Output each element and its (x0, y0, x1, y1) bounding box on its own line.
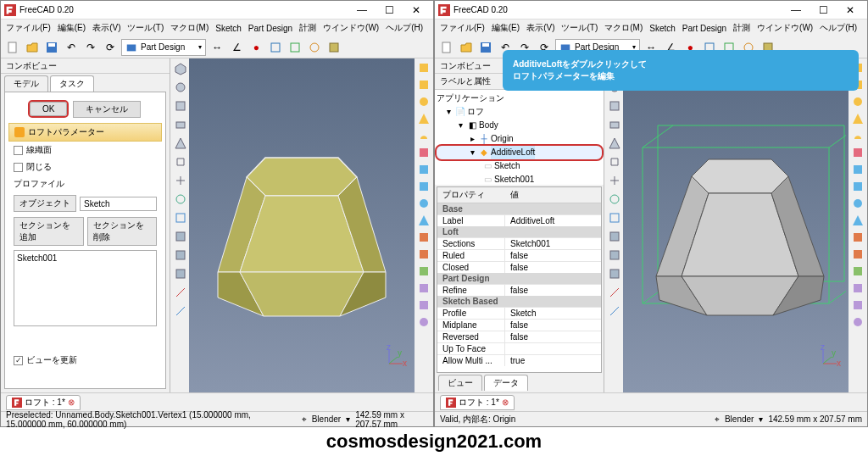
tool-icon[interactable] (287, 39, 303, 56)
view-tool-icon[interactable] (606, 228, 623, 245)
menu-file[interactable]: ファイル(F) (6, 22, 51, 34)
pd-tool-icon[interactable] (850, 281, 865, 296)
new-file-icon[interactable] (4, 39, 21, 56)
sections-list[interactable]: Sketch001 (14, 250, 157, 326)
workbench-select[interactable]: Part Design (121, 39, 206, 56)
pd-tool-icon[interactable] (416, 145, 431, 160)
pd-tool-icon[interactable] (416, 77, 431, 92)
tree-sketch001[interactable]: ▭Sketch001 (437, 173, 602, 185)
view-tool-icon[interactable] (172, 116, 189, 133)
nav-style-icon[interactable]: ⌖ (715, 414, 720, 425)
view-tool-icon[interactable] (172, 228, 189, 245)
view-tool-icon[interactable] (606, 191, 623, 208)
pd-tool-icon[interactable] (416, 60, 431, 75)
remove-section-button[interactable]: セクションを削除 (87, 217, 158, 246)
tree-body[interactable]: ▾◧Body (437, 119, 602, 132)
pd-tool-icon[interactable] (850, 94, 865, 109)
object-field[interactable]: Sketch (80, 197, 157, 211)
view-tool-icon[interactable] (606, 284, 623, 301)
menu-sketch[interactable]: Sketch (649, 24, 676, 33)
pd-tool-icon[interactable] (416, 94, 431, 109)
tool-icon[interactable] (306, 39, 323, 56)
pd-tool-icon[interactable] (416, 298, 431, 313)
tool-icon[interactable] (267, 39, 284, 56)
minimize-button[interactable]: — (348, 3, 376, 18)
menu-measure[interactable]: 計測 (733, 22, 750, 34)
tree-app[interactable]: アプリケーション (437, 92, 602, 105)
view-tool-icon[interactable] (606, 172, 623, 189)
pd-tool-icon[interactable] (850, 145, 865, 160)
open-file-icon[interactable] (458, 39, 475, 56)
prop-uptoface[interactable] (505, 343, 601, 354)
menu-edit[interactable]: 編集(E) (58, 22, 86, 34)
tab-task[interactable]: タスク (50, 75, 94, 92)
view-tool-icon[interactable] (172, 247, 189, 264)
pd-tool-icon[interactable] (416, 264, 431, 279)
pd-tool-icon[interactable] (416, 128, 431, 143)
menu-macro[interactable]: マクロ(M) (170, 22, 209, 34)
menu-view[interactable]: 表示(V) (92, 22, 120, 34)
prop-allowmulti[interactable]: true (505, 355, 601, 366)
view-tool-icon[interactable] (172, 209, 189, 226)
view-tool-icon[interactable] (606, 116, 623, 133)
pd-tool-icon[interactable] (416, 179, 431, 194)
pd-tool-icon[interactable] (850, 247, 865, 262)
3d-viewport[interactable]: zxy (170, 58, 433, 392)
maximize-button[interactable]: ☐ (810, 3, 837, 18)
open-file-icon[interactable] (24, 39, 41, 56)
menu-measure[interactable]: 計測 (299, 22, 316, 34)
save-icon[interactable] (477, 39, 494, 56)
view-tool-icon[interactable] (606, 135, 623, 152)
doc-tab[interactable]: ロフト : 1* ⊗ (440, 395, 515, 410)
view-tool-icon[interactable] (172, 191, 189, 208)
prop-midplane[interactable]: false (505, 320, 601, 331)
doc-tab[interactable]: ロフト : 1* ⊗ (6, 395, 81, 410)
measure-angle-icon[interactable]: ∠ (228, 39, 245, 56)
view-tool-icon[interactable] (606, 97, 623, 114)
view-tool-icon[interactable] (606, 303, 623, 320)
pd-tool-icon[interactable] (850, 162, 865, 177)
tool-icon[interactable] (326, 39, 342, 56)
tab-view[interactable]: ビュー (438, 375, 482, 391)
close-button[interactable]: ✕ (837, 3, 864, 18)
pd-tool-icon[interactable] (850, 314, 865, 330)
record-macro-icon[interactable]: ● (248, 39, 264, 56)
tab-model[interactable]: モデル (4, 75, 48, 92)
close-tab-icon[interactable]: ⊗ (68, 398, 75, 407)
new-file-icon[interactable] (438, 39, 455, 56)
titlebar[interactable]: FreeCAD 0.20 — ☐ ✕ (1, 1, 433, 19)
tree-doc[interactable]: ▾📄ロフ (437, 105, 602, 119)
view-tool-icon[interactable] (606, 265, 623, 282)
menu-edit[interactable]: 編集(E) (492, 22, 520, 34)
menu-partdesign[interactable]: Part Design (682, 24, 726, 33)
view-tool-icon[interactable] (606, 153, 623, 170)
nav-style-icon[interactable]: ⌖ (302, 414, 307, 425)
view-tool-icon[interactable] (172, 303, 189, 320)
pd-tool-icon[interactable] (850, 111, 865, 126)
close-button[interactable]: ✕ (403, 3, 430, 18)
view-tool-icon[interactable] (172, 284, 189, 301)
pd-tool-icon[interactable] (850, 213, 865, 228)
pd-tool-icon[interactable] (850, 230, 865, 245)
minimize-button[interactable]: — (782, 3, 810, 18)
ruled-checkbox[interactable] (14, 146, 23, 155)
menu-tools[interactable]: ツール(T) (127, 22, 164, 34)
loft-params-header[interactable]: ロフトパラメーター (8, 123, 162, 142)
view-tool-icon[interactable] (172, 172, 189, 189)
prop-label[interactable]: AdditiveLoft (505, 215, 601, 226)
menu-window[interactable]: ウインドウ(W) (757, 22, 813, 34)
section-item[interactable]: Sketch001 (17, 253, 153, 263)
menu-sketch[interactable]: Sketch (215, 24, 242, 33)
add-section-button[interactable]: セクションを追加 (14, 217, 84, 246)
prop-profile[interactable]: Sketch (505, 308, 601, 319)
menu-tools[interactable]: ツール(T) (561, 22, 598, 34)
prop-refine[interactable]: false (505, 285, 601, 296)
pd-tool-icon[interactable] (850, 128, 865, 143)
view-tool-icon[interactable] (606, 247, 623, 264)
menu-help[interactable]: ヘルプ(H) (820, 22, 857, 34)
prop-reversed[interactable]: false (505, 331, 601, 342)
menu-view[interactable]: 表示(V) (526, 22, 554, 34)
ok-button[interactable]: OK (30, 102, 67, 116)
menu-macro[interactable]: マクロ(M) (604, 22, 643, 34)
undo-icon[interactable]: ↶ (63, 39, 80, 56)
